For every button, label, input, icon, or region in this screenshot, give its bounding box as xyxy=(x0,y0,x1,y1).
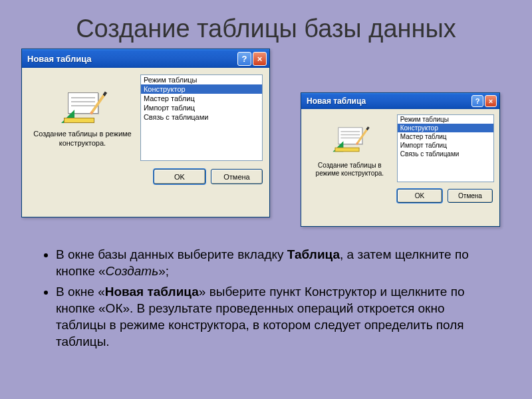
dialogs-container: Новая таблица ? × Создание таблицы в реж… xyxy=(0,49,532,241)
list-item[interactable]: Связь с таблицами xyxy=(398,150,493,158)
list-item[interactable]: Импорт таблиц xyxy=(141,103,262,112)
slide-title: Создание таблицы базы данных xyxy=(0,0,532,49)
titlebar: Новая таблица ? × xyxy=(22,49,269,68)
list-item[interactable]: Конструктор xyxy=(141,84,262,94)
ok-button[interactable]: OK xyxy=(397,189,442,203)
dialog-title: Новая таблица xyxy=(27,54,237,64)
design-view-icon xyxy=(332,126,366,151)
list-item[interactable]: Режим таблицы xyxy=(141,75,262,84)
text-bold: Новая таблица xyxy=(105,285,199,299)
dialog-footer: OK Отмена xyxy=(301,185,499,209)
creation-mode-listbox[interactable]: Режим таблицыКонструкторМастер таблицИмп… xyxy=(140,74,263,161)
ok-button[interactable]: OK xyxy=(154,169,205,184)
dialog-body: Создание таблицы в режиме конструктора. … xyxy=(22,68,269,165)
text-fragment: В окне базы данных выберите вкладку xyxy=(56,247,287,261)
instruction-text: В окне базы данных выберите вкладку Табл… xyxy=(41,246,493,354)
list-item[interactable]: Мастер таблиц xyxy=(141,94,262,103)
dialog-body: Создание таблицы в режиме конструктора. … xyxy=(301,109,499,185)
text-italic: Создать xyxy=(106,264,159,278)
close-icon[interactable]: × xyxy=(253,52,267,66)
text-fragment: »; xyxy=(158,264,169,278)
new-table-dialog-small: Новая таблица ? × Создание таблицы в реж… xyxy=(301,92,500,227)
preview-pane: Создание таблицы в режиме конструктора. xyxy=(29,74,136,161)
dialog-title: Новая таблица xyxy=(307,96,471,106)
list-item[interactable]: Мастер таблиц xyxy=(398,132,493,141)
list-item[interactable]: Связь с таблицами xyxy=(141,112,262,122)
close-icon[interactable]: × xyxy=(485,95,497,107)
text-fragment: В окне « xyxy=(56,285,105,299)
preview-pane: Создание таблицы в режиме конструктора. xyxy=(307,114,393,182)
cancel-button[interactable]: Отмена xyxy=(211,169,263,184)
text-bold: Таблица xyxy=(287,247,340,261)
titlebar-buttons: ? × xyxy=(237,52,267,66)
new-table-dialog-large: Новая таблица ? × Создание таблицы в реж… xyxy=(21,49,270,217)
creation-mode-listbox[interactable]: Режим таблицыКонструкторМастер таблицИмп… xyxy=(397,114,494,182)
dialog-footer: OK Отмена xyxy=(22,165,269,191)
list-item[interactable]: Конструктор xyxy=(398,124,493,132)
preview-caption: Создание таблицы в режиме конструктора. xyxy=(307,162,393,178)
titlebar: Новая таблица ? × xyxy=(301,93,499,109)
design-view-icon xyxy=(61,91,104,123)
bullet-2: В окне «Новая таблица» выберите пункт Ко… xyxy=(56,283,493,350)
help-icon[interactable]: ? xyxy=(471,95,483,107)
titlebar-buttons: ? × xyxy=(471,95,497,107)
list-item[interactable]: Импорт таблиц xyxy=(398,141,493,150)
cancel-button[interactable]: Отмена xyxy=(448,189,493,203)
bullet-1: В окне базы данных выберите вкладку Табл… xyxy=(56,246,493,279)
preview-caption: Создание таблицы в режиме конструктора. xyxy=(29,130,136,148)
help-icon[interactable]: ? xyxy=(237,52,251,66)
list-item[interactable]: Режим таблицы xyxy=(398,115,493,124)
